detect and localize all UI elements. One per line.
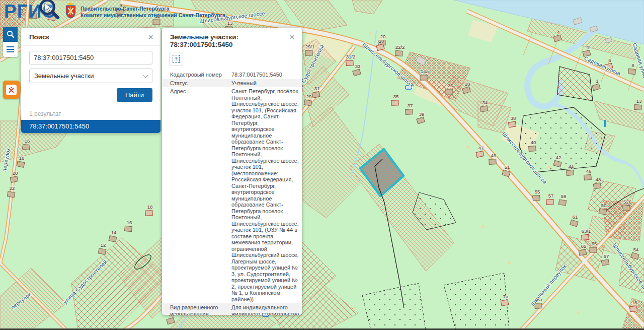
attribute-label: Кадастровый номер <box>162 72 227 78</box>
building <box>566 170 574 176</box>
building <box>593 183 601 189</box>
house-number-label: 26 <box>448 83 453 88</box>
building <box>628 69 636 74</box>
house-number-label: 63/1 <box>582 228 591 234</box>
search-input[interactable] <box>29 51 152 64</box>
magnifier-logo-icon <box>37 0 60 21</box>
building <box>533 195 540 201</box>
building <box>601 259 609 266</box>
search-category-value: Земельные участки <box>34 72 94 80</box>
house-number-label: 34 <box>482 100 488 105</box>
house-number-label: 20 <box>379 38 384 44</box>
map-toolbar <box>3 27 19 99</box>
results-count: 1 результат <box>21 107 160 120</box>
house-number-label: 38 <box>511 115 516 121</box>
details-table: Кадастровый номер78:37:0017501:5450Стату… <box>162 71 302 315</box>
building <box>590 247 597 252</box>
building <box>623 205 630 211</box>
house-number-label: 46 <box>586 168 592 174</box>
house-number-label: 18 <box>147 204 153 210</box>
rgis-logo[interactable]: РГИС <box>4 1 56 22</box>
attribute-row: Вид разрешенного использованияДля индиви… <box>162 303 302 315</box>
building <box>508 121 516 127</box>
house-number-label: 14 <box>111 230 117 235</box>
org-line2: Комитет имущественных отношений Санкт-Пе… <box>80 12 225 19</box>
house-number-label: 61 <box>573 214 578 220</box>
search-panel-close-button[interactable]: × <box>147 33 154 41</box>
attribute-row: СтатусУчтенный <box>162 79 302 88</box>
search-panel: Поиск × Земельные участки Найти 1 резуль… <box>21 28 160 133</box>
house-number-label: 29 <box>306 94 312 99</box>
search-results: 1 результат 78:37:0017501:5450 <box>21 107 160 133</box>
building <box>546 200 553 205</box>
search-result-item[interactable]: 78:37:0017501:5450 <box>21 120 160 133</box>
attribute-value: Для индивидуального жилищного строительс… <box>227 304 301 315</box>
house-number-label: 18 <box>19 155 25 161</box>
building <box>145 211 152 216</box>
house-number-label: 47 <box>478 145 484 151</box>
details-panel-title: Земельные участки: 78:37:0017501:5450 <box>170 33 288 48</box>
details-panel-close-button[interactable]: × <box>288 33 296 41</box>
house-number-label: 42 <box>556 155 561 160</box>
identify-parcel-button[interactable]: ? <box>169 52 183 66</box>
house-number-label: 1 <box>596 78 598 84</box>
house-number-label: 29/1 <box>305 44 315 49</box>
house-number-label: 4 <box>586 44 589 50</box>
parcel-details-panel: Земельные участки: 78:37:0017501:5450 × … <box>162 28 302 315</box>
building <box>22 144 30 150</box>
house-number-label: 13 <box>636 98 642 104</box>
house-number-label: 28 <box>465 81 470 87</box>
attribute-value: 78:37:0017501:5450 <box>227 72 301 78</box>
house-number-label: 54 <box>633 247 639 252</box>
parcel-question-icon: ? <box>173 55 180 63</box>
attribute-label: Статус <box>162 80 227 87</box>
building <box>529 146 536 152</box>
building <box>153 20 160 25</box>
building <box>634 105 642 110</box>
building <box>582 234 589 240</box>
building <box>391 100 398 105</box>
menu-button[interactable] <box>3 42 18 57</box>
hamburger-icon <box>7 49 14 50</box>
house-number-label: 8 <box>631 62 634 68</box>
house-number-label: 4 <box>557 29 559 35</box>
building <box>579 249 587 255</box>
search-tool-button[interactable] <box>3 27 18 42</box>
find-button[interactable]: Найти <box>117 88 152 102</box>
house-number-label: 51 <box>505 164 510 170</box>
building <box>17 161 25 168</box>
house-number-label: 37 <box>408 103 413 108</box>
attribute-row: АдресСанкт-Петербург, посёлок Понтонный,… <box>162 87 302 303</box>
house-number-label: 65 <box>592 241 597 246</box>
building <box>584 174 592 180</box>
building <box>304 100 312 106</box>
spb-coat-of-arms-icon <box>64 3 77 20</box>
building <box>305 50 312 55</box>
house-number-label: 49 <box>491 153 497 158</box>
house-number-label: 48 <box>596 177 601 182</box>
house-number-label: 16 <box>25 138 30 144</box>
kio-emblem-icon <box>6 85 17 95</box>
house-number-label: 16 <box>127 220 132 225</box>
kio-button[interactable] <box>3 81 20 99</box>
house-number-label: 13 <box>227 20 233 26</box>
search-icon <box>7 30 15 38</box>
house-number-label: 57 <box>548 193 554 199</box>
building <box>599 209 606 215</box>
house-number-label: 59 <box>561 193 567 199</box>
building <box>629 306 637 312</box>
building <box>489 159 497 165</box>
house-number-label: 44 <box>569 164 574 169</box>
search-results-list: 78:37:0017501:5450 <box>21 120 160 133</box>
building <box>420 75 427 80</box>
government-block: Правительство Санкт-Петербурга Комитет и… <box>64 3 225 20</box>
building <box>446 89 453 94</box>
attribute-value: Учтенный <box>227 80 301 87</box>
house-number-label: 18 <box>632 300 637 305</box>
house-number-label: 39 <box>419 111 425 117</box>
house-number-label: 40 <box>531 140 536 145</box>
house-number-label: 31 <box>314 86 320 91</box>
org-line1: Правительство Санкт-Петербурга <box>80 6 225 12</box>
search-category-select[interactable]: Земельные участки <box>29 69 152 83</box>
attribute-label: Вид разрешенного использования <box>162 304 227 315</box>
